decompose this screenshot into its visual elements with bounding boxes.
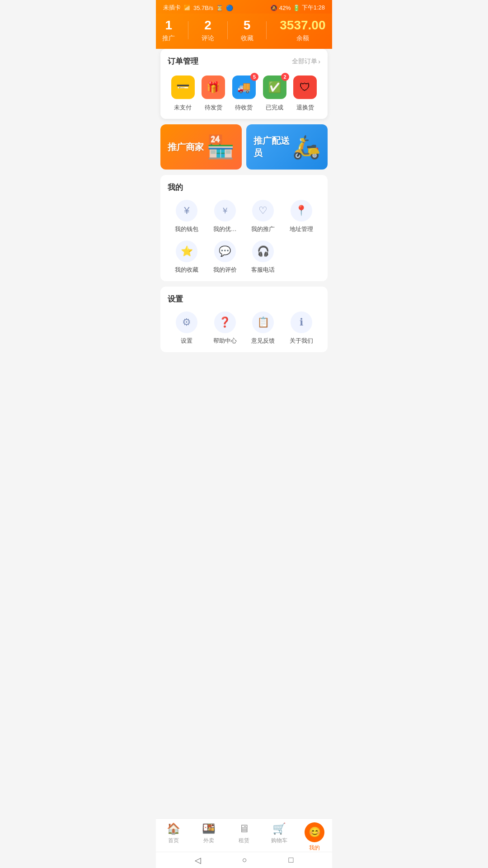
status-left: 未插卡 📶 35.7B/s ⏳ 🔵 [163,4,233,12]
unpaid-label: 未支付 [174,104,192,112]
balance-amount: 3537.00 [280,18,325,33]
nav-item-cart[interactable]: 🛒 购物车 [266,822,293,852]
pending-receive-icon-wrap: 🚚 5 [232,75,256,99]
return-icon: 🛡 [300,81,310,94]
address-pin-icon: 📍 [291,200,312,222]
delivery-scooter-icon: 🛵 [292,134,320,160]
my-promote-label: 我的推广 [251,225,275,233]
divider-3 [266,21,267,39]
completed-icon: ✅ [268,81,282,94]
wallet-icon: ¥ [176,200,197,222]
completed-icon-wrap: ✅ 2 [263,75,286,99]
cart-nav-label: 购物车 [271,837,287,844]
coupons-label: 我的优… [213,225,237,233]
mine-nav-label: 我的 [309,844,320,852]
menu-item-wallet[interactable]: ¥ 我的钱包 [168,200,206,233]
order-item-unpaid[interactable]: 💳 未支付 [171,75,195,112]
customer-service-label: 客服电话 [251,266,275,274]
order-item-pending-ship[interactable]: 🎁 待发货 [202,75,225,112]
menu-item-customer-service[interactable]: 🎧 客服电话 [244,241,282,274]
order-title: 订单管理 [168,56,198,66]
promo-delivery-banner[interactable]: 推广配送员 🛵 [246,124,328,170]
home-nav-label: 首页 [168,837,179,844]
battery-text: 42% [279,5,291,11]
mine-active-icon: 😊 [305,822,324,842]
menu-item-feedback[interactable]: 📋 意见反馈 [244,311,282,345]
unpaid-icon: 💳 [176,81,190,94]
my-menu-grid: ¥ 我的钱包 ￥ 我的优… ♡ 我的推广 📍 地址管理 ⭐ 我的收藏 💬 我的评 [168,200,320,274]
bottom-spacer [156,358,332,412]
completed-label: 已完成 [266,104,283,112]
promote-count: 1 [162,18,175,33]
help-question-icon: ❓ [214,311,236,333]
takeout-icon: 🍱 [202,822,216,835]
rental-nav-label: 租赁 [239,837,249,844]
pending-ship-label: 待发货 [205,104,222,112]
menu-item-about[interactable]: ℹ 关于我们 [282,311,321,345]
order-item-completed[interactable]: ✅ 2 已完成 [263,75,286,112]
battery-icon: 🔋 [293,5,300,11]
pending-ship-icon: 🎁 [206,81,220,94]
my-section-title: 我的 [168,182,320,193]
all-orders-link[interactable]: 全部订单 › [292,57,320,66]
stat-review[interactable]: 2 评论 [202,18,214,42]
favorites-star-icon: ⭐ [176,241,197,262]
review-label: 评论 [202,34,214,42]
wallet-label: 我的钱包 [175,225,198,233]
feedback-icon: 📋 [252,311,274,333]
menu-item-my-favorites[interactable]: ⭐ 我的收藏 [168,241,206,274]
menu-item-settings[interactable]: ⚙ 设置 [168,311,206,345]
stat-favorites[interactable]: 5 收藏 [241,18,253,42]
menu-item-my-reviews[interactable]: 💬 我的评价 [206,241,244,274]
nav-item-mine[interactable]: 😊 我的 [301,822,328,852]
help-label: 帮助中心 [213,337,237,345]
back-gesture-button[interactable]: ◁ [195,855,201,865]
status-right: 🔕 42% 🔋 下午1:28 [270,4,325,12]
pending-ship-icon-wrap: 🎁 [202,75,225,99]
menu-item-my-promote[interactable]: ♡ 我的推广 [244,200,282,233]
stat-balance[interactable]: 3537.00 余额 [280,18,325,42]
pending-receive-icon: 🚚 [237,81,251,94]
speed-text: 35.7B/s [193,5,213,11]
promo-merchant-banner[interactable]: 推广商家 🏪 [160,124,242,170]
review-count: 2 [202,18,214,33]
coupon-icon: ￥ [214,200,236,222]
menu-item-coupons[interactable]: ￥ 我的优… [206,200,244,233]
pending-receive-badge: 5 [250,73,258,81]
order-icons-grid: 💳 未支付 🎁 待发货 🚚 5 待收货 [168,75,320,112]
nav-item-home[interactable]: 🏠 首页 [160,822,187,852]
order-management-card: 订单管理 全部订单 › 💳 未支付 🎁 待发货 [160,49,328,119]
home-icon: 🏠 [167,822,180,835]
settings-gear-icon: ⚙ [176,311,197,333]
promo-delivery-text: 推广配送员 [253,135,292,159]
recent-gesture-button[interactable]: □ [288,855,293,865]
feedback-label: 意见反馈 [251,337,275,345]
return-icon-wrap: 🛡 [293,75,317,99]
promote-label: 推广 [162,34,175,42]
favorites-count: 5 [241,18,253,33]
wifi-icon: 📶 [183,5,191,11]
task-icon: ⏳ [216,5,223,11]
favorites-label: 收藏 [241,34,253,42]
merchant-store-icon: 🏪 [206,134,235,160]
order-header: 订单管理 全部订单 › [168,56,320,66]
promo-section: 推广商家 🏪 推广配送员 🛵 [160,124,328,170]
promote-heart-icon: ♡ [252,200,274,222]
nav-item-rental[interactable]: 🖥 租赁 [230,822,258,852]
menu-item-help[interactable]: ❓ 帮助中心 [206,311,244,345]
home-gesture-button[interactable]: ○ [242,855,247,865]
stat-promote[interactable]: 1 推广 [162,18,175,42]
time-text: 下午1:28 [302,4,325,12]
customer-service-icon: 🎧 [252,241,274,262]
order-item-return[interactable]: 🛡 退换货 [293,75,317,112]
unpaid-icon-wrap: 💳 [171,75,195,99]
pending-receive-label: 待收货 [235,104,253,112]
menu-item-address[interactable]: 📍 地址管理 [282,200,321,233]
settings-menu-grid: ⚙ 设置 ❓ 帮助中心 📋 意见反馈 ℹ 关于我们 [168,311,320,345]
alarm-icon: 🔕 [270,5,277,11]
completed-badge: 2 [281,73,289,81]
order-item-pending-receive[interactable]: 🚚 5 待收货 [232,75,256,112]
divider-2 [227,21,228,39]
nav-item-takeout[interactable]: 🍱 外卖 [195,822,222,852]
address-label: 地址管理 [290,225,313,233]
